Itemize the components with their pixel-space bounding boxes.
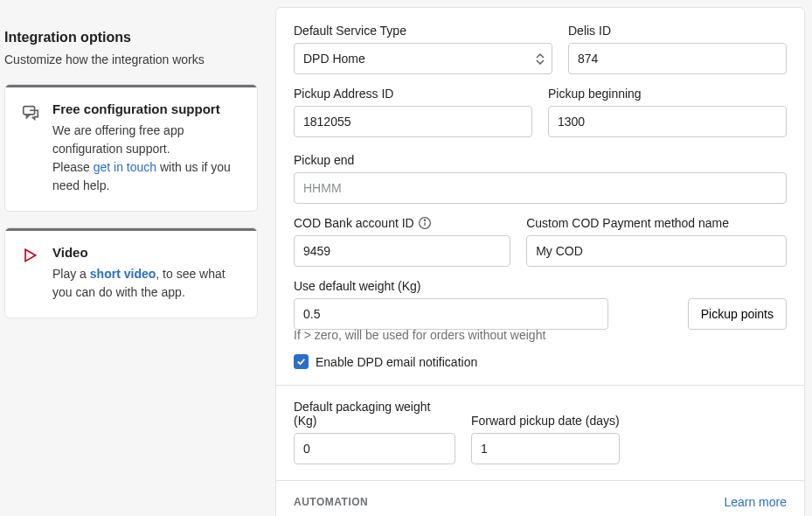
pickup-beginning-label: Pickup beginning [548,87,787,101]
chat-icon [21,103,40,122]
support-line2a: Please [52,160,94,174]
default-weight-help: If > zero, will be used for orders witho… [294,328,787,342]
svg-point-4 [424,220,425,220]
service-type-select[interactable]: DPD Home [294,43,552,74]
default-weight-input[interactable] [294,298,608,330]
support-title: Free configuration support [52,101,241,116]
packaging-weight-input[interactable] [294,433,455,464]
get-in-touch-link[interactable]: get in touch [94,160,156,174]
page-title: Integration options [4,30,258,45]
info-icon[interactable] [418,216,432,230]
custom-cod-label: Custom COD Payment method name [526,216,787,230]
video-line1a: Play a [52,267,90,281]
pickup-end-input[interactable] [294,172,787,204]
forward-pickup-input[interactable] [471,433,620,464]
support-card: Free configuration support We are offeri… [4,84,258,212]
learn-more-link[interactable]: Learn more [724,495,787,509]
play-icon [21,247,40,264]
packaging-weight-label: Default packaging weight (Kg) [294,400,455,428]
short-video-link[interactable]: short video [90,267,156,281]
service-type-value: DPD Home [303,52,365,66]
automation-title: AUTOMATION [294,496,368,508]
custom-cod-input[interactable] [526,235,787,267]
pickup-end-label: Pickup end [294,153,787,167]
enable-email-label: Enable DPD email notification [316,355,477,369]
video-title: Video [52,245,241,260]
pickup-beginning-input[interactable] [548,106,787,137]
forward-pickup-label: Forward pickup date (days) [471,414,620,428]
delis-id-input[interactable] [568,43,787,74]
cod-bank-input[interactable] [294,235,510,267]
default-weight-label: Use default weight (Kg) [294,279,608,293]
cod-bank-label: COD Bank account ID [294,216,510,230]
video-card: Video Play a short video, to see what yo… [4,227,258,318]
page-subtitle: Customize how the integration works [4,52,258,66]
pickup-address-id-label: Pickup Address ID [294,87,532,101]
delis-id-label: Delis ID [568,24,787,38]
svg-marker-1 [25,249,36,261]
service-type-label: Default Service Type [294,24,552,38]
enable-email-checkbox[interactable] [294,354,309,369]
pickup-points-button[interactable]: Pickup points [688,298,787,330]
support-line1: We are offering free app configuration s… [52,123,184,156]
pickup-address-id-input[interactable] [294,106,532,137]
chevron-updown-icon [536,53,545,65]
